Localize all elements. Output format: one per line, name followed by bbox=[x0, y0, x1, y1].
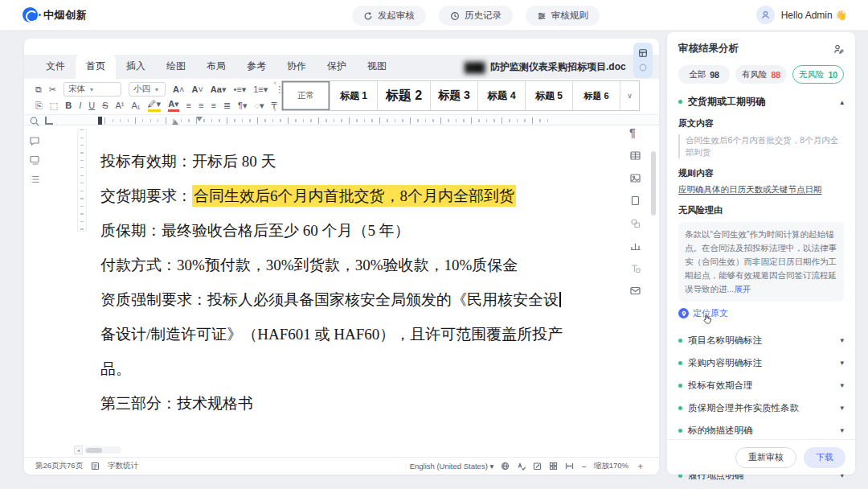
text-effects-panel-icon[interactable] bbox=[629, 262, 641, 274]
shading-icon[interactable]: ◌▾ bbox=[255, 101, 264, 111]
rerun-review-button[interactable]: 重新审核 bbox=[735, 447, 796, 468]
spellcheck-icon[interactable] bbox=[517, 462, 526, 471]
edit-mode-icon[interactable] bbox=[533, 462, 542, 471]
menu-tab-home[interactable]: 首页 bbox=[76, 55, 116, 79]
menu-tab-references[interactable]: 参考 bbox=[236, 55, 276, 79]
menu-tab-view[interactable]: 视图 bbox=[357, 55, 397, 79]
style-gallery-more[interactable]: ∨ bbox=[620, 81, 639, 110]
style-heading-4[interactable]: 标题 4 bbox=[477, 81, 525, 110]
comments-list-icon[interactable] bbox=[29, 154, 40, 166]
expand-chevron-icon[interactable]: ▾ bbox=[840, 404, 844, 412]
style-heading-3[interactable]: 标题 3 bbox=[430, 81, 477, 110]
envelope-panel-icon[interactable] bbox=[629, 285, 641, 297]
user-area[interactable]: Hello Admin 👋 bbox=[756, 6, 847, 24]
tab-all[interactable]: 全部98 bbox=[678, 65, 730, 84]
comment-icon[interactable] bbox=[29, 135, 40, 146]
result-item-header[interactable]: 交货期或工期明确 ▴ bbox=[678, 95, 844, 109]
grid-view-icon[interactable] bbox=[549, 462, 558, 471]
style-heading-5[interactable]: 标题 5 bbox=[525, 81, 572, 110]
zoom-in-button[interactable]: ＋ bbox=[636, 460, 645, 472]
bullet-list-icon[interactable]: •≡▾ bbox=[233, 84, 246, 95]
expand-chevron-icon[interactable]: ▾ bbox=[840, 359, 844, 367]
style-heading-2[interactable]: 标题 2 bbox=[377, 81, 430, 110]
word-count-label[interactable]: 字数统计 bbox=[108, 461, 138, 471]
fit-width-icon[interactable] bbox=[565, 462, 574, 471]
outline-icon[interactable] bbox=[29, 174, 40, 185]
font-color-icon[interactable]: A▾ bbox=[168, 99, 178, 112]
cut-icon[interactable]: ✂ bbox=[49, 84, 56, 95]
search-icon[interactable] bbox=[29, 116, 40, 127]
style-heading-1[interactable]: 标题 1 bbox=[330, 81, 377, 110]
grow-font-icon[interactable]: A˄ bbox=[173, 84, 184, 94]
tab-stop-selector[interactable] bbox=[45, 117, 53, 125]
menu-tab-insert[interactable]: 插入 bbox=[116, 55, 156, 79]
menu-tab-protect[interactable]: 保护 bbox=[317, 55, 357, 79]
toolbox-button[interactable] bbox=[633, 43, 653, 78]
document-page[interactable]: 投标有效期：开标后 80 天 交货期要求：合同生效后6个月内首批交货，8个月内全… bbox=[100, 144, 583, 421]
result-item-project-name[interactable]: 项目名称明确标注▾ bbox=[678, 329, 844, 351]
user-edit-icon[interactable] bbox=[833, 43, 844, 55]
align-center-icon[interactable]: ≡ bbox=[199, 101, 203, 110]
strikethrough-button[interactable]: S bbox=[102, 101, 108, 110]
expand-chevron-icon[interactable]: ▾ bbox=[840, 426, 844, 434]
first-line-indent-marker[interactable] bbox=[196, 117, 203, 121]
scroll-track[interactable] bbox=[84, 446, 121, 454]
bold-button[interactable]: B bbox=[65, 101, 72, 110]
download-button[interactable]: 下载 bbox=[804, 447, 845, 468]
vertical-scrollbar[interactable] bbox=[651, 119, 656, 457]
scrollbar-thumb[interactable] bbox=[651, 151, 656, 216]
review-rules-button[interactable]: 审核规则 bbox=[526, 6, 600, 26]
change-case-icon[interactable]: Aa▾ bbox=[211, 84, 227, 95]
scroll-thumb[interactable] bbox=[86, 448, 102, 453]
underline-button[interactable]: U bbox=[88, 101, 95, 110]
result-item-purchase-content[interactable]: 采购内容明确标注▾ bbox=[678, 351, 844, 374]
align-justify-icon[interactable]: ≣ bbox=[223, 101, 231, 111]
italic-button[interactable]: I bbox=[79, 101, 81, 110]
tab-risky[interactable]: 有风险88 bbox=[735, 65, 787, 84]
select-tool-icon[interactable]: ⬚ bbox=[50, 101, 58, 111]
expand-chevron-icon[interactable]: ▾ bbox=[840, 336, 844, 344]
zoom-level[interactable]: 缩放170% bbox=[594, 461, 628, 471]
paste-icon[interactable]: ⧉ bbox=[35, 84, 42, 95]
horizontal-ruler[interactable] bbox=[24, 114, 659, 125]
menu-tab-layout[interactable]: 布局 bbox=[196, 55, 236, 79]
menu-tab-draw[interactable]: 绘图 bbox=[156, 55, 196, 79]
start-review-button[interactable]: 发起审核 bbox=[352, 6, 426, 26]
shapes-panel-icon[interactable] bbox=[629, 217, 641, 229]
expand-link[interactable]: 展开 bbox=[734, 284, 751, 294]
numbered-list-icon[interactable]: 1≡▾ bbox=[253, 84, 268, 95]
text-highlight-icon[interactable]: 🖉▾ bbox=[148, 99, 162, 112]
horizontal-scrollbar[interactable]: ◂ bbox=[74, 446, 121, 454]
zoom-out-button[interactable]: − bbox=[581, 462, 586, 471]
avatar[interactable] bbox=[756, 6, 775, 24]
menu-tab-collab[interactable]: 协作 bbox=[276, 55, 317, 79]
align-right-icon[interactable]: ≡ bbox=[211, 101, 215, 110]
style-normal[interactable]: 正常 bbox=[282, 81, 330, 110]
subscript-button[interactable]: A₁ bbox=[132, 101, 141, 110]
expand-chevron-icon[interactable]: ▾ bbox=[840, 381, 844, 389]
font-size-select[interactable]: 小四▾ bbox=[129, 82, 166, 97]
scroll-left-arrow[interactable]: ◂ bbox=[74, 446, 83, 454]
tab-safe[interactable]: 无风险10 bbox=[792, 65, 844, 84]
superscript-button[interactable]: A¹ bbox=[116, 101, 125, 110]
chart-panel-icon[interactable] bbox=[629, 240, 641, 252]
page-panel-icon[interactable] bbox=[629, 195, 641, 207]
image-panel-icon[interactable] bbox=[629, 172, 641, 184]
font-family-select[interactable]: 宋体▾ bbox=[63, 82, 121, 97]
shrink-font-icon[interactable]: A˅ bbox=[191, 84, 203, 94]
style-heading-6[interactable]: 标题 6 bbox=[572, 81, 620, 110]
style-gallery-scroll[interactable]: ˄˅ bbox=[270, 80, 280, 113]
paragraph-mark-icon[interactable]: ¶▾ bbox=[238, 101, 247, 111]
result-item-warranty[interactable]: 质保期合理并作实质性条款▾ bbox=[678, 397, 844, 419]
page-indicator[interactable]: 第26页共76页 bbox=[35, 461, 83, 471]
indent-marker[interactable] bbox=[172, 120, 178, 125]
rule-text[interactable]: 应明确具体的日历天数或关键节点日期 bbox=[678, 184, 844, 195]
collapse-icon[interactable]: ▴ bbox=[840, 98, 844, 106]
align-left-icon[interactable]: ≡ bbox=[186, 101, 191, 110]
menu-tab-file[interactable]: 文件 bbox=[35, 55, 76, 79]
globe-icon[interactable] bbox=[501, 462, 510, 471]
paragraph-panel-icon[interactable]: ¶ bbox=[629, 127, 641, 139]
format-painter-icon[interactable]: ⎘ bbox=[35, 101, 43, 111]
table-panel-icon[interactable] bbox=[629, 150, 641, 162]
result-item-bid-validity[interactable]: 投标有效期合理▾ bbox=[678, 374, 844, 397]
